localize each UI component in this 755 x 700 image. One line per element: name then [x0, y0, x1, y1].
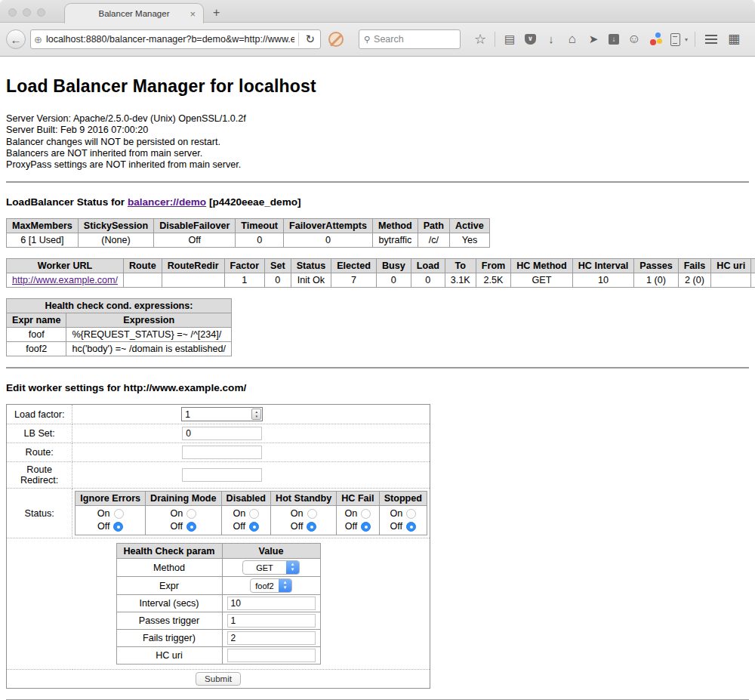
radio-on-label: On — [97, 507, 110, 520]
table-row: http://www.example.com/10Init Ok7003.1K2… — [7, 273, 755, 288]
blocked-content-icon[interactable] — [328, 32, 344, 47]
hc-param-row: Fails trigger) — [116, 630, 320, 647]
downloads-icon[interactable]: ↓ — [542, 30, 560, 48]
hc-param-row: HC uri — [116, 647, 320, 665]
hc-param-label: Expr — [116, 577, 222, 595]
column-header: HC Expr — [751, 259, 755, 273]
reload-button[interactable]: ↻ — [303, 32, 317, 46]
colorful-extension-icon[interactable] — [649, 32, 663, 46]
pocket-icon[interactable]: ∨ — [525, 34, 536, 45]
window-controls[interactable] — [8, 8, 45, 17]
form-control-cell — [72, 462, 430, 489]
clipboard-extension-icon[interactable] — [670, 33, 680, 46]
number-stepper[interactable]: ▴▾ — [251, 409, 261, 420]
browser-tab[interactable]: Balancer Manager × — [64, 3, 204, 23]
radio-off[interactable] — [186, 522, 196, 532]
balancer-status-table: MaxMembersStickySessionDisableFailoverTi… — [6, 218, 490, 248]
heading-suffix: [p4420eeae_demo] — [206, 196, 300, 208]
server-info: Server Version: Apache/2.5.0-dev (Unix) … — [6, 113, 749, 171]
minimize-window-button[interactable] — [23, 8, 31, 17]
radio-off-label: Off — [390, 520, 403, 533]
table-cell: Off — [154, 233, 236, 248]
form-control-cell: ▴▾ — [72, 405, 430, 424]
new-tab-button[interactable]: + — [213, 6, 220, 20]
hc-column-header: Health Check param — [116, 544, 222, 559]
divider — [6, 181, 749, 183]
radio-on[interactable] — [114, 509, 124, 519]
column-header: Timeout — [236, 219, 284, 233]
radio-off[interactable] — [249, 522, 259, 532]
column-header: Busy — [376, 259, 411, 273]
column-header: DisableFailover — [154, 219, 236, 233]
hc-text-input[interactable] — [227, 614, 316, 628]
radio-on[interactable] — [249, 509, 259, 519]
chevron-down-icon[interactable]: ▾ — [685, 36, 688, 43]
edit-worker-heading: Edit worker settings for http://www.exam… — [6, 382, 749, 393]
column-header: Status — [291, 259, 331, 273]
column-header: Method — [372, 219, 418, 233]
column-header: Active — [450, 219, 490, 233]
radio-off[interactable] — [307, 522, 316, 532]
close-window-button[interactable] — [8, 8, 17, 17]
radio-on[interactable] — [186, 509, 196, 519]
send-icon[interactable]: ➤ — [584, 30, 602, 48]
form-row: LB Set: — [7, 424, 430, 443]
submit-button[interactable]: Submit — [196, 672, 241, 686]
worker-url-link[interactable]: http://www.example.com/ — [12, 275, 118, 285]
url-bar[interactable]: ⊕ localhost:8880/balancer-manager?b=demo… — [30, 29, 321, 49]
menu-icon[interactable] — [705, 35, 717, 44]
url-text[interactable]: localhost:8880/balancer-manager?b=demo&w… — [46, 34, 295, 45]
column-header: Load — [411, 259, 445, 273]
feedback-smiley-icon[interactable]: ☺ — [625, 30, 643, 48]
table-cell: 0 — [411, 273, 445, 288]
hc-param-row: MethodGET▲▼ — [116, 559, 320, 577]
form-text-input[interactable] — [182, 468, 262, 482]
status-label: Status: — [7, 489, 72, 538]
form-text-input[interactable] — [182, 446, 262, 459]
home-icon[interactable]: ⌂ — [563, 30, 581, 48]
radio-off[interactable] — [361, 522, 371, 532]
column-header: Path — [418, 219, 449, 233]
back-button[interactable]: ← — [6, 29, 26, 49]
history-icon[interactable]: ▤ — [501, 30, 519, 48]
column-header: Elected — [331, 259, 377, 273]
radio-on[interactable] — [406, 509, 416, 519]
hc-param-value — [222, 647, 320, 665]
radio-on-label: On — [291, 507, 304, 520]
radio-on-label: On — [233, 507, 245, 520]
search-bar[interactable]: ⚲ Search — [359, 29, 461, 49]
status-column-header: Draining Mode — [146, 492, 221, 506]
table-cell: bytraffic — [372, 233, 418, 248]
save-page-icon[interactable]: ↓ — [609, 34, 619, 45]
radio-on[interactable] — [361, 509, 371, 519]
status-radio-cell: OnOff — [337, 506, 379, 535]
hc-select[interactable]: GET▲▼ — [242, 560, 300, 575]
hc-text-input[interactable] — [227, 649, 316, 662]
tab-close-icon[interactable]: × — [190, 8, 196, 20]
load-factor-input[interactable] — [182, 409, 251, 420]
column-header: Factor — [224, 259, 265, 273]
hc-text-input[interactable] — [227, 631, 316, 645]
bookmark-star-icon[interactable]: ☆ — [471, 30, 489, 48]
status-radio-cell: OnOff — [221, 506, 271, 535]
hc-text-input[interactable] — [227, 597, 316, 610]
table-cell: Yes — [450, 233, 490, 248]
toolbar-separator — [695, 32, 695, 47]
tiles-icon[interactable]: ▦ — [725, 30, 743, 48]
zoom-window-button[interactable] — [37, 8, 45, 17]
browser-window: Balancer Manager × + ← ⊕ localhost:8880/… — [0, 0, 755, 700]
status-radio-cell: OnOff — [379, 506, 427, 535]
toolbar-icons: ☆ ▤ ∨ ↓ ⌂ ➤ ↓ ☺ ▾ ▦ — [471, 30, 743, 48]
radio-on-label: On — [170, 507, 183, 520]
radio-off[interactable] — [113, 522, 123, 532]
balancer-link[interactable]: balancer://demo — [128, 196, 206, 208]
worker-status-table: Worker URLRouteRouteRedirFactorSetStatus… — [6, 258, 755, 288]
radio-off[interactable] — [406, 522, 416, 532]
table-cell: 10 — [572, 273, 634, 288]
radio-on[interactable] — [307, 509, 317, 519]
column-header: Fails — [678, 259, 711, 273]
form-text-input[interactable] — [182, 427, 262, 440]
select-stepper-icon: ▲▼ — [279, 578, 291, 593]
hc-select[interactable]: foof2▲▼ — [250, 578, 292, 593]
form-control-cell — [72, 443, 430, 462]
